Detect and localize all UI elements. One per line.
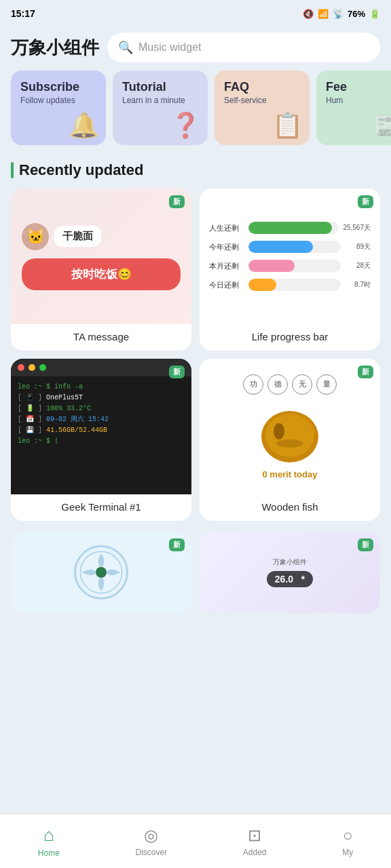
terminal-preview: 新 leo :~ $ info -a [ 📱 ] OnePlus5T [11, 359, 191, 494]
life-row-3: 本月还剩 28天 [209, 260, 371, 272]
life-row-2: 今年还剩 89天 [209, 241, 371, 253]
widget-geek-terminal[interactable]: 新 leo :~ $ info -a [ 📱 ] OnePlus5T [11, 359, 191, 521]
partial-ac-card[interactable]: 新 万象小组件 26.0 * [200, 532, 380, 613]
ac-brand: 万象小组件 [273, 557, 307, 567]
search-icon: 🔍 [118, 40, 133, 55]
life-preview-content: 人生还剩 25,567天 今年还剩 89天 本月还剩 [200, 189, 380, 324]
wooden-fish-preview: 新 功 德 无 量 0 merit today [200, 359, 380, 494]
nav-home-label: Home [38, 848, 60, 858]
terminal-content: leo :~ $ info -a [ 📱 ] OnePlus5T [ 🔋 ] 1… [11, 359, 191, 494]
life-bar-fill-3 [248, 260, 295, 272]
life-bar-fill-2 [248, 241, 313, 253]
badge-new-ta: 新 [169, 195, 185, 208]
life-label-4: 今日还剩 [209, 280, 244, 290]
cat-subscribe-icon: 🔔 [69, 111, 99, 140]
term-line-6: leo :~ $ | [18, 436, 185, 447]
partial-widget-grid: 新 新 万象小组件 26.0 * [0, 532, 391, 681]
terminal-body: leo :~ $ info -a [ 📱 ] OnePlus5T [ 🔋 ] 1… [11, 376, 191, 494]
life-days-3: 28天 [345, 261, 371, 271]
my-icon: ○ [343, 826, 353, 845]
life-row-1: 人生还剩 25,567天 [209, 222, 371, 234]
fan-preview [11, 532, 191, 613]
home-icon: ⌂ [43, 825, 54, 846]
badge-new-ac: 新 [358, 538, 373, 551]
category-faq[interactable]: FAQ Self-service 📋 [215, 71, 310, 145]
life-days-2: 89天 [345, 242, 371, 252]
cat-subscribe-subtitle: Follow updates [20, 96, 96, 105]
category-feed[interactable]: Fee Hum 📰 [316, 71, 391, 145]
nav-my-label: My [342, 848, 353, 857]
wifi-icon: 📶 [318, 9, 329, 19]
fan-circle [74, 545, 128, 599]
category-subscribe[interactable]: Subscribe Follow updates 🔔 [11, 71, 106, 145]
life-bar-fill-4 [248, 279, 276, 291]
cat-tutorial-title: Tutorial [122, 80, 198, 94]
nav-my[interactable]: ○ My [331, 821, 364, 863]
partial-fan-card[interactable]: 新 [11, 532, 191, 613]
life-days-1: 25,567天 [343, 223, 371, 233]
bottom-navigation: ⌂ Home ◎ Discover ⊡ Added ○ My [0, 814, 391, 868]
merit-today-text: 0 merit today [263, 469, 318, 479]
nav-home[interactable]: ⌂ Home [27, 819, 71, 863]
added-icon: ⊡ [248, 826, 261, 845]
time: 15:17 [11, 8, 35, 19]
search-bar[interactable]: 🔍 Music widget [107, 33, 380, 62]
widget-wooden-fish[interactable]: 新 功 德 无 量 0 merit today [200, 359, 380, 521]
ac-preview: 万象小组件 26.0 * [200, 532, 380, 613]
life-bar-bg-1 [248, 222, 339, 234]
mute-icon: 🔇 [303, 9, 314, 19]
cat-feed-title: Fee [326, 80, 391, 94]
widget-grid: 新 🐱 干脆面 按时吃饭😊 TA message 新 人生还剩 25,56 [0, 189, 391, 532]
cat-subscribe-title: Subscribe [20, 80, 96, 94]
cat-faq-subtitle: Self-service [224, 96, 300, 105]
category-tutorial[interactable]: Tutorial Learn in a minute ❓ [113, 71, 208, 145]
cat-tutorial-icon: ❓ [170, 111, 201, 140]
badge-new-fan: 新 [169, 538, 185, 551]
terminal-dot-green [39, 364, 46, 371]
merit-circle-2: 德 [267, 374, 288, 395]
life-bar-bg-3 [248, 260, 341, 272]
badge-new-terminal: 新 [169, 366, 185, 378]
nav-added-label: Added [243, 848, 267, 857]
status-bar: 15:17 🔇 📶 📡 76% 🔋 [0, 0, 391, 27]
cat-faq-title: FAQ [224, 80, 300, 94]
term-line-5: [ 💾 ] 41.56GB/52.44GB [18, 425, 185, 436]
ta-message: 按时吃饭😊 [22, 258, 181, 290]
ta-name: 干脆面 [54, 226, 101, 247]
life-days-4: 8.7时 [345, 280, 371, 290]
cat-feed-icon: 📰 [374, 111, 391, 140]
ta-message-preview: 新 🐱 干脆面 按时吃饭😊 [11, 189, 191, 324]
merit-circle-4: 量 [316, 374, 337, 395]
geek-terminal-label: Geek Terminal #1 [11, 494, 191, 521]
life-bar-bg-2 [248, 241, 341, 253]
status-icons: 🔇 📶 📡 76% 🔋 [303, 9, 380, 19]
cat-feed-subtitle: Hum [326, 96, 391, 105]
section-bar-accent [11, 162, 14, 178]
svg-point-5 [96, 568, 106, 577]
widget-life-progress[interactable]: 新 人生还剩 25,567天 今年还剩 89天 本月还剩 [200, 189, 380, 351]
term-line-1: leo :~ $ info -a [18, 382, 185, 393]
terminal-titlebar [11, 359, 191, 376]
nav-discover[interactable]: ◎ Discover [124, 821, 178, 863]
cat-tutorial-subtitle: Learn in a minute [122, 96, 198, 105]
app-title: 万象小组件 [11, 36, 99, 60]
svg-point-3 [276, 439, 303, 448]
discover-icon: ◎ [144, 826, 158, 845]
life-progress-label: Life progress bar [200, 324, 380, 351]
terminal-dot-yellow [29, 364, 35, 371]
widget-ta-message[interactable]: 新 🐱 干脆面 按时吃饭😊 TA message [11, 189, 191, 351]
term-line-2: [ 📱 ] OnePlus5T [18, 393, 185, 403]
battery-text: 76% [348, 9, 365, 19]
ta-message-label: TA message [11, 324, 191, 351]
cat-faq-icon: 📋 [272, 111, 303, 140]
term-line-3: [ 🔋 ] 100% 33.2°C [18, 403, 185, 414]
fish-svg [256, 403, 324, 464]
woodenfish-content: 功 德 无 量 0 merit today [200, 359, 380, 494]
merit-circle-3: 无 [292, 374, 312, 395]
nav-discover-label: Discover [135, 848, 167, 857]
categories-row: Subscribe Follow updates 🔔 Tutorial Lear… [0, 71, 391, 156]
life-bar-bg-4 [248, 279, 341, 291]
ac-temp-display: 26.0 * [267, 571, 313, 587]
nav-added[interactable]: ⊡ Added [232, 821, 278, 863]
ta-chat-row: 🐱 干脆面 [22, 223, 101, 250]
